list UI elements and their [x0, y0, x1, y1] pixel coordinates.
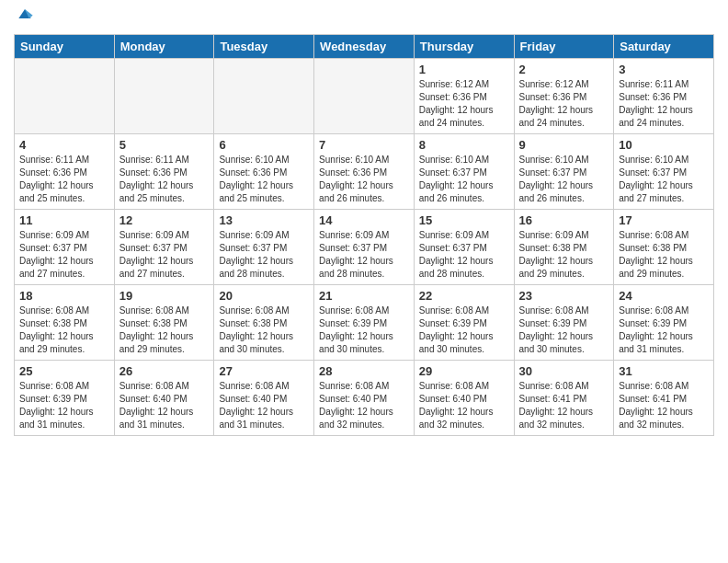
day-info: Sunrise: 6:08 AMSunset: 6:38 PMDaylight:… [619, 229, 709, 281]
day-number: 29 [419, 364, 509, 378]
day-info: Sunrise: 6:08 AMSunset: 6:38 PMDaylight:… [219, 304, 309, 356]
calendar-cell [114, 59, 214, 134]
calendar-cell: 13Sunrise: 6:09 AMSunset: 6:37 PMDayligh… [214, 210, 314, 285]
day-number: 2 [519, 63, 609, 76]
day-info: Sunrise: 6:12 AMSunset: 6:36 PMDaylight:… [419, 78, 509, 130]
day-number: 22 [419, 289, 509, 303]
day-number: 15 [419, 213, 509, 227]
day-number: 7 [319, 138, 409, 152]
calendar-cell: 7Sunrise: 6:10 AMSunset: 6:36 PMDaylight… [314, 134, 415, 210]
calendar-cell: 22Sunrise: 6:08 AMSunset: 6:39 PMDayligh… [414, 285, 514, 361]
calendar-cell: 5Sunrise: 6:11 AMSunset: 6:36 PMDaylight… [114, 134, 214, 210]
day-info: Sunrise: 6:08 AMSunset: 6:41 PMDaylight:… [519, 380, 609, 431]
day-number: 5 [119, 138, 210, 152]
calendar-cell: 23Sunrise: 6:08 AMSunset: 6:39 PMDayligh… [514, 285, 614, 361]
day-number: 26 [119, 364, 210, 378]
day-number: 17 [619, 213, 709, 227]
calendar-cell: 17Sunrise: 6:08 AMSunset: 6:38 PMDayligh… [614, 210, 714, 285]
day-info: Sunrise: 6:10 AMSunset: 6:36 PMDaylight:… [219, 154, 309, 205]
calendar-week-row: 4Sunrise: 6:11 AMSunset: 6:36 PMDaylight… [15, 134, 714, 210]
calendar-cell: 16Sunrise: 6:09 AMSunset: 6:38 PMDayligh… [514, 210, 614, 285]
calendar-weekday: Monday [114, 35, 214, 59]
calendar-cell: 30Sunrise: 6:08 AMSunset: 6:41 PMDayligh… [514, 361, 614, 436]
calendar-cell [214, 59, 314, 134]
day-number: 31 [619, 364, 709, 378]
header [14, 9, 714, 27]
day-info: Sunrise: 6:09 AMSunset: 6:37 PMDaylight:… [419, 229, 509, 281]
day-info: Sunrise: 6:08 AMSunset: 6:39 PMDaylight:… [419, 304, 509, 356]
calendar-cell: 25Sunrise: 6:08 AMSunset: 6:39 PMDayligh… [15, 361, 115, 436]
calendar-cell: 11Sunrise: 6:09 AMSunset: 6:37 PMDayligh… [15, 210, 115, 285]
page: SundayMondayTuesdayWednesdayThursdayFrid… [0, 0, 728, 563]
calendar-week-row: 18Sunrise: 6:08 AMSunset: 6:38 PMDayligh… [15, 285, 714, 361]
logo-icon [16, 5, 34, 23]
calendar-cell: 12Sunrise: 6:09 AMSunset: 6:37 PMDayligh… [114, 210, 214, 285]
day-number: 12 [119, 213, 210, 227]
calendar-header-row: SundayMondayTuesdayWednesdayThursdayFrid… [15, 35, 714, 59]
day-number: 1 [419, 63, 509, 76]
day-number: 28 [319, 364, 409, 378]
calendar-cell: 6Sunrise: 6:10 AMSunset: 6:36 PMDaylight… [214, 134, 314, 210]
day-info: Sunrise: 6:08 AMSunset: 6:38 PMDaylight:… [19, 304, 109, 356]
day-info: Sunrise: 6:12 AMSunset: 6:36 PMDaylight:… [519, 78, 609, 130]
day-number: 10 [619, 138, 709, 152]
day-number: 20 [219, 289, 309, 303]
calendar-cell [15, 59, 115, 134]
day-number: 6 [219, 138, 309, 152]
calendar-cell: 26Sunrise: 6:08 AMSunset: 6:40 PMDayligh… [114, 361, 214, 436]
day-info: Sunrise: 6:08 AMSunset: 6:40 PMDaylight:… [319, 380, 409, 431]
day-number: 24 [619, 289, 709, 303]
day-info: Sunrise: 6:08 AMSunset: 6:39 PMDaylight:… [519, 304, 609, 356]
calendar-cell: 28Sunrise: 6:08 AMSunset: 6:40 PMDayligh… [314, 361, 415, 436]
calendar-weekday: Sunday [15, 35, 115, 59]
day-number: 21 [319, 289, 409, 303]
calendar-cell: 29Sunrise: 6:08 AMSunset: 6:40 PMDayligh… [414, 361, 514, 436]
calendar-cell: 24Sunrise: 6:08 AMSunset: 6:39 PMDayligh… [614, 285, 714, 361]
day-number: 25 [19, 364, 109, 378]
calendar-week-row: 1Sunrise: 6:12 AMSunset: 6:36 PMDaylight… [15, 59, 714, 134]
day-info: Sunrise: 6:08 AMSunset: 6:39 PMDaylight:… [19, 380, 109, 431]
day-info: Sunrise: 6:08 AMSunset: 6:40 PMDaylight:… [119, 380, 210, 431]
day-info: Sunrise: 6:08 AMSunset: 6:39 PMDaylight:… [319, 304, 409, 356]
day-number: 30 [519, 364, 609, 378]
calendar-cell [314, 59, 415, 134]
day-number: 13 [219, 213, 309, 227]
day-number: 23 [519, 289, 609, 303]
day-number: 11 [19, 213, 109, 227]
day-info: Sunrise: 6:09 AMSunset: 6:37 PMDaylight:… [219, 229, 309, 281]
day-info: Sunrise: 6:09 AMSunset: 6:37 PMDaylight:… [19, 229, 109, 281]
calendar-cell: 4Sunrise: 6:11 AMSunset: 6:36 PMDaylight… [15, 134, 115, 210]
calendar-weekday: Friday [514, 35, 614, 59]
calendar-cell: 10Sunrise: 6:10 AMSunset: 6:37 PMDayligh… [614, 134, 714, 210]
calendar-cell: 9Sunrise: 6:10 AMSunset: 6:37 PMDaylight… [514, 134, 614, 210]
calendar-cell: 18Sunrise: 6:08 AMSunset: 6:38 PMDayligh… [15, 285, 115, 361]
day-number: 9 [519, 138, 609, 152]
day-number: 4 [19, 138, 109, 152]
logo [14, 9, 34, 27]
day-number: 27 [219, 364, 309, 378]
day-info: Sunrise: 6:11 AMSunset: 6:36 PMDaylight:… [619, 78, 709, 130]
day-info: Sunrise: 6:11 AMSunset: 6:36 PMDaylight:… [119, 154, 210, 205]
day-info: Sunrise: 6:10 AMSunset: 6:37 PMDaylight:… [419, 154, 509, 205]
calendar-cell: 2Sunrise: 6:12 AMSunset: 6:36 PMDaylight… [514, 59, 614, 134]
day-number: 16 [519, 213, 609, 227]
calendar-cell: 3Sunrise: 6:11 AMSunset: 6:36 PMDaylight… [614, 59, 714, 134]
day-info: Sunrise: 6:08 AMSunset: 6:38 PMDaylight:… [119, 304, 210, 356]
day-info: Sunrise: 6:10 AMSunset: 6:37 PMDaylight:… [619, 154, 709, 205]
day-info: Sunrise: 6:09 AMSunset: 6:38 PMDaylight:… [519, 229, 609, 281]
calendar-cell: 20Sunrise: 6:08 AMSunset: 6:38 PMDayligh… [214, 285, 314, 361]
day-info: Sunrise: 6:08 AMSunset: 6:39 PMDaylight:… [619, 304, 709, 356]
calendar-weekday: Tuesday [214, 35, 314, 59]
calendar-weekday: Thursday [414, 35, 514, 59]
calendar-cell: 15Sunrise: 6:09 AMSunset: 6:37 PMDayligh… [414, 210, 514, 285]
day-number: 18 [19, 289, 109, 303]
day-number: 14 [319, 213, 409, 227]
calendar-week-row: 25Sunrise: 6:08 AMSunset: 6:39 PMDayligh… [15, 361, 714, 436]
day-info: Sunrise: 6:10 AMSunset: 6:36 PMDaylight:… [319, 154, 409, 205]
calendar-cell: 19Sunrise: 6:08 AMSunset: 6:38 PMDayligh… [114, 285, 214, 361]
calendar-table: SundayMondayTuesdayWednesdayThursdayFrid… [14, 34, 714, 436]
calendar-cell: 8Sunrise: 6:10 AMSunset: 6:37 PMDaylight… [414, 134, 514, 210]
day-number: 3 [619, 63, 709, 76]
day-info: Sunrise: 6:08 AMSunset: 6:40 PMDaylight:… [219, 380, 309, 431]
calendar-cell: 21Sunrise: 6:08 AMSunset: 6:39 PMDayligh… [314, 285, 415, 361]
